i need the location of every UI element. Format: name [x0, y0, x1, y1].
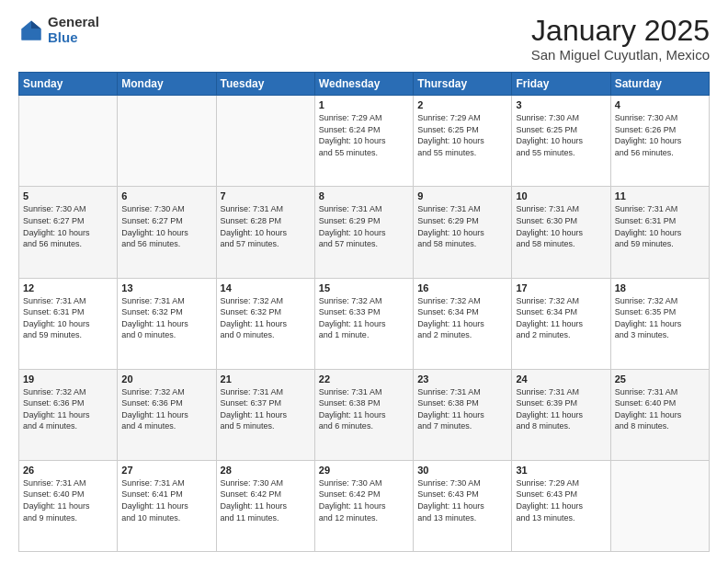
- table-row: 25Sunrise: 7:31 AM Sunset: 6:40 PM Dayli…: [610, 369, 709, 460]
- table-row: 16Sunrise: 7:32 AM Sunset: 6:34 PM Dayli…: [414, 278, 512, 369]
- day-number: 24: [516, 373, 606, 385]
- logo-text: General Blue: [48, 15, 99, 45]
- table-row: 28Sunrise: 7:30 AM Sunset: 6:42 PM Dayli…: [216, 460, 314, 551]
- day-number: 30: [417, 465, 507, 476]
- day-number: 26: [23, 465, 113, 476]
- day-number: 12: [23, 282, 113, 293]
- logo-general: General: [48, 15, 99, 30]
- calendar-week-5: 26Sunrise: 7:31 AM Sunset: 6:40 PM Dayli…: [19, 460, 710, 551]
- table-row: 5Sunrise: 7:30 AM Sunset: 6:27 PM Daylig…: [19, 187, 118, 278]
- col-friday: Friday: [512, 73, 610, 96]
- svg-marker-1: [31, 20, 41, 29]
- day-info: Sunrise: 7:29 AM Sunset: 6:43 PM Dayligh…: [516, 477, 606, 523]
- day-number: 22: [319, 373, 409, 385]
- day-number: 5: [23, 190, 113, 201]
- calendar-week-2: 5Sunrise: 7:30 AM Sunset: 6:27 PM Daylig…: [19, 187, 710, 278]
- day-info: Sunrise: 7:31 AM Sunset: 6:29 PM Dayligh…: [319, 203, 409, 249]
- calendar-header-row: Sunday Monday Tuesday Wednesday Thursday…: [19, 73, 710, 96]
- col-saturday: Saturday: [610, 73, 709, 96]
- col-sunday: Sunday: [19, 73, 118, 96]
- day-number: 7: [221, 190, 311, 201]
- day-info: Sunrise: 7:32 AM Sunset: 6:36 PM Dayligh…: [121, 386, 211, 432]
- day-number: 6: [121, 190, 211, 201]
- logo-icon: [18, 17, 44, 43]
- table-row: 1Sunrise: 7:29 AM Sunset: 6:24 PM Daylig…: [314, 96, 413, 187]
- day-info: Sunrise: 7:30 AM Sunset: 6:25 PM Dayligh…: [516, 112, 606, 158]
- table-row: 21Sunrise: 7:31 AM Sunset: 6:37 PM Dayli…: [216, 369, 314, 460]
- day-info: Sunrise: 7:31 AM Sunset: 6:41 PM Dayligh…: [121, 477, 211, 523]
- day-number: 15: [319, 282, 409, 293]
- day-info: Sunrise: 7:30 AM Sunset: 6:27 PM Dayligh…: [23, 203, 113, 249]
- table-row: 30Sunrise: 7:30 AM Sunset: 6:43 PM Dayli…: [414, 460, 512, 551]
- col-thursday: Thursday: [414, 73, 512, 96]
- table-row: 13Sunrise: 7:31 AM Sunset: 6:32 PM Dayli…: [118, 278, 216, 369]
- day-info: Sunrise: 7:32 AM Sunset: 6:35 PM Dayligh…: [615, 295, 705, 341]
- day-number: 8: [319, 190, 409, 201]
- table-row: 24Sunrise: 7:31 AM Sunset: 6:39 PM Dayli…: [512, 369, 610, 460]
- table-row: 12Sunrise: 7:31 AM Sunset: 6:31 PM Dayli…: [19, 278, 118, 369]
- day-info: Sunrise: 7:30 AM Sunset: 6:43 PM Dayligh…: [417, 477, 507, 523]
- day-number: 2: [417, 99, 507, 110]
- day-info: Sunrise: 7:30 AM Sunset: 6:42 PM Dayligh…: [221, 477, 311, 523]
- day-number: 27: [121, 465, 211, 476]
- day-info: Sunrise: 7:31 AM Sunset: 6:37 PM Dayligh…: [221, 386, 311, 432]
- table-row: 15Sunrise: 7:32 AM Sunset: 6:33 PM Dayli…: [314, 278, 413, 369]
- day-number: 14: [221, 282, 311, 293]
- table-row: 6Sunrise: 7:30 AM Sunset: 6:27 PM Daylig…: [118, 187, 216, 278]
- table-row: 27Sunrise: 7:31 AM Sunset: 6:41 PM Dayli…: [118, 460, 216, 551]
- page: General Blue January 2025 San Miguel Cuy…: [0, 0, 728, 563]
- day-number: 1: [319, 99, 409, 110]
- col-wednesday: Wednesday: [314, 73, 413, 96]
- title-block: January 2025 San Miguel Cuyutlan, Mexico: [531, 15, 710, 63]
- day-info: Sunrise: 7:30 AM Sunset: 6:26 PM Dayligh…: [615, 112, 705, 158]
- day-info: Sunrise: 7:29 AM Sunset: 6:24 PM Dayligh…: [319, 112, 409, 158]
- table-row: 20Sunrise: 7:32 AM Sunset: 6:36 PM Dayli…: [118, 369, 216, 460]
- day-info: Sunrise: 7:31 AM Sunset: 6:38 PM Dayligh…: [319, 386, 409, 432]
- day-number: 10: [516, 190, 606, 201]
- day-info: Sunrise: 7:31 AM Sunset: 6:28 PM Dayligh…: [221, 203, 311, 249]
- table-row: 9Sunrise: 7:31 AM Sunset: 6:29 PM Daylig…: [414, 187, 512, 278]
- day-info: Sunrise: 7:31 AM Sunset: 6:40 PM Dayligh…: [615, 386, 705, 432]
- day-info: Sunrise: 7:32 AM Sunset: 6:36 PM Dayligh…: [23, 386, 113, 432]
- table-row: 29Sunrise: 7:30 AM Sunset: 6:42 PM Dayli…: [314, 460, 413, 551]
- day-info: Sunrise: 7:30 AM Sunset: 6:42 PM Dayligh…: [319, 477, 409, 523]
- month-title: January 2025: [531, 15, 710, 47]
- svg-rect-2: [22, 29, 41, 40]
- header: General Blue January 2025 San Miguel Cuy…: [18, 15, 710, 63]
- day-info: Sunrise: 7:32 AM Sunset: 6:33 PM Dayligh…: [319, 295, 409, 341]
- day-number: 19: [23, 373, 113, 385]
- table-row: 22Sunrise: 7:31 AM Sunset: 6:38 PM Dayli…: [314, 369, 413, 460]
- table-row: 3Sunrise: 7:30 AM Sunset: 6:25 PM Daylig…: [512, 96, 610, 187]
- table-row: 11Sunrise: 7:31 AM Sunset: 6:31 PM Dayli…: [610, 187, 709, 278]
- day-info: Sunrise: 7:32 AM Sunset: 6:34 PM Dayligh…: [516, 295, 606, 341]
- table-row: 4Sunrise: 7:30 AM Sunset: 6:26 PM Daylig…: [610, 96, 709, 187]
- day-number: 28: [221, 465, 311, 476]
- table-row: 19Sunrise: 7:32 AM Sunset: 6:36 PM Dayli…: [19, 369, 118, 460]
- day-info: Sunrise: 7:30 AM Sunset: 6:27 PM Dayligh…: [121, 203, 211, 249]
- table-row: 2Sunrise: 7:29 AM Sunset: 6:25 PM Daylig…: [414, 96, 512, 187]
- table-row: [118, 96, 216, 187]
- day-number: 21: [221, 373, 311, 385]
- calendar-week-1: 1Sunrise: 7:29 AM Sunset: 6:24 PM Daylig…: [19, 96, 710, 187]
- day-number: 31: [516, 465, 606, 476]
- col-monday: Monday: [118, 73, 216, 96]
- calendar-table: Sunday Monday Tuesday Wednesday Thursday…: [18, 72, 710, 552]
- day-info: Sunrise: 7:31 AM Sunset: 6:31 PM Dayligh…: [615, 203, 705, 249]
- table-row: 17Sunrise: 7:32 AM Sunset: 6:34 PM Dayli…: [512, 278, 610, 369]
- table-row: 18Sunrise: 7:32 AM Sunset: 6:35 PM Dayli…: [610, 278, 709, 369]
- day-number: 20: [121, 373, 211, 385]
- logo: General Blue: [18, 15, 99, 45]
- day-number: 16: [417, 282, 507, 293]
- table-row: [610, 460, 709, 551]
- table-row: 23Sunrise: 7:31 AM Sunset: 6:38 PM Dayli…: [414, 369, 512, 460]
- table-row: 31Sunrise: 7:29 AM Sunset: 6:43 PM Dayli…: [512, 460, 610, 551]
- logo-blue: Blue: [48, 30, 99, 46]
- day-number: 4: [615, 99, 705, 110]
- day-number: 17: [516, 282, 606, 293]
- day-info: Sunrise: 7:31 AM Sunset: 6:40 PM Dayligh…: [23, 477, 113, 523]
- day-info: Sunrise: 7:31 AM Sunset: 6:30 PM Dayligh…: [516, 203, 606, 249]
- day-info: Sunrise: 7:31 AM Sunset: 6:31 PM Dayligh…: [23, 295, 113, 341]
- day-info: Sunrise: 7:31 AM Sunset: 6:38 PM Dayligh…: [417, 386, 507, 432]
- calendar-week-4: 19Sunrise: 7:32 AM Sunset: 6:36 PM Dayli…: [19, 369, 710, 460]
- day-number: 25: [615, 373, 705, 385]
